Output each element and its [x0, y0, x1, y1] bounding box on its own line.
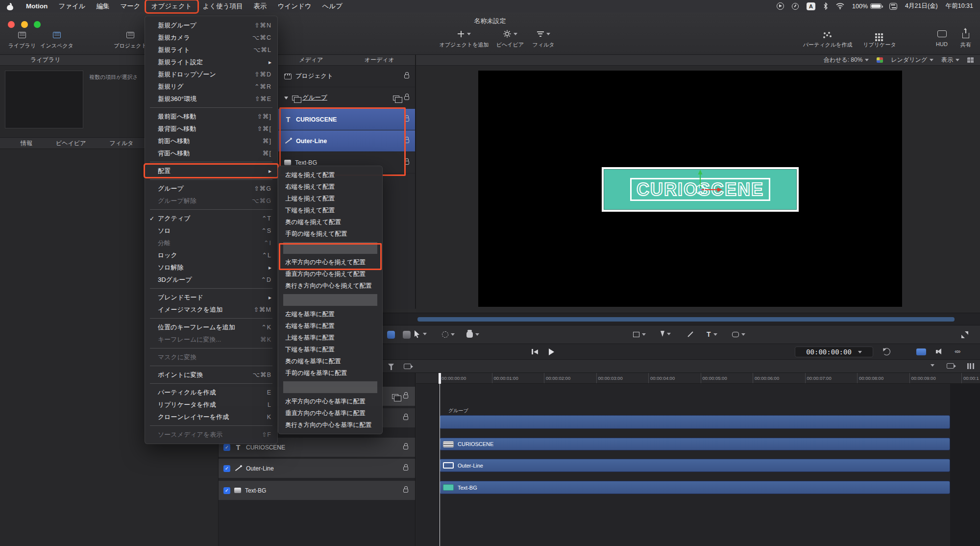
timeline-tracks-button[interactable] — [967, 363, 974, 369]
lock-icon[interactable] — [403, 467, 408, 471]
wifi-icon[interactable] — [836, 3, 844, 9]
object-menu-item[interactable]: 背面へ移動 ⌘[ — [145, 147, 277, 159]
project-tab[interactable]: プロジェクト — [112, 30, 149, 50]
object-menu-item[interactable]: イメージマスクを追加 ⇧⌘M — [145, 303, 277, 316]
shape-rect-tool[interactable] — [633, 332, 646, 337]
align-menu-item[interactable]: 奥行き方向の中心を基準に配置 — [278, 419, 382, 431]
apple-menu-icon[interactable] — [7, 2, 14, 10]
group-row[interactable]: グループ — [278, 87, 415, 109]
lock-icon[interactable] — [404, 74, 409, 78]
track-bar-text-bg[interactable]: Text-BG — [440, 481, 950, 494]
object-menu-item[interactable]: リプリケータを作成 L — [145, 398, 277, 411]
object-menu-item[interactable] — [150, 348, 272, 348]
zoom-menu[interactable]: 合わせる: 80% — [824, 56, 869, 64]
lock-icon[interactable] — [404, 118, 409, 122]
control-center-icon[interactable] — [889, 3, 897, 10]
expand-canvas-button[interactable] — [961, 331, 968, 338]
object-menu-item[interactable] — [150, 288, 272, 289]
object-menu-item[interactable]: 新規ライト ⌥⌘L — [145, 44, 277, 56]
project-row[interactable]: プロジェクト — [278, 66, 415, 87]
menubar-item[interactable]: 編集 — [91, 0, 115, 12]
layer-visibility-checkbox[interactable] — [223, 444, 230, 451]
lock-icon[interactable] — [404, 96, 409, 100]
menubar-item[interactable]: Motion — [21, 1, 53, 11]
audio-mute-button[interactable] — [936, 348, 941, 354]
gauge-status-icon[interactable] — [792, 3, 799, 10]
text-tool[interactable]: T — [707, 330, 717, 338]
timeline-trim-button[interactable] — [947, 363, 954, 369]
layer-row-outer-line[interactable]: Outer-Line — [278, 130, 415, 152]
object-menu-item[interactable]: ソロ ⌃S — [145, 224, 277, 237]
align-menu-item[interactable]: 奥の端を揃えて配置 — [278, 216, 382, 228]
pan-tool[interactable] — [466, 331, 479, 338]
timeline-options-button[interactable] — [928, 364, 934, 367]
make-particles-button[interactable]: パーティクルを作成 — [797, 29, 858, 49]
object-menu-item[interactable]: 3Dグループ ⌃D — [145, 273, 277, 286]
zoom-scrollbar[interactable] — [417, 317, 955, 322]
mask-tool[interactable] — [732, 332, 745, 337]
av-output-button[interactable]: «» — [955, 347, 959, 355]
object-menu-item[interactable]: マスクに変換 — [145, 351, 277, 363]
object-menu-item[interactable]: ソースメディアを表示 ⇧F — [145, 428, 277, 441]
inspector-tab-item[interactable]: 情報 — [21, 139, 32, 148]
object-menu-item[interactable]: 分離 ⌃I — [145, 237, 277, 249]
lock-icon[interactable] — [403, 416, 408, 420]
timeline-ruler[interactable]: 00:00:00:0000:00:01:0000:00:02:0000:00:0… — [416, 373, 980, 384]
object-menu-item[interactable]: パーティクルを作成 E — [145, 386, 277, 398]
align-menu-item[interactable]: 上端を揃えて配置 — [278, 193, 382, 204]
select-lasso-tool[interactable] — [442, 331, 455, 338]
align-menu-item[interactable]: 上端を基準に配置 — [278, 332, 382, 344]
align-menu-item[interactable] — [283, 381, 377, 393]
canvas[interactable]: CURIOSCENE — [478, 71, 902, 307]
object-menu-item[interactable]: 新規カメラ ⌥⌘C — [145, 31, 277, 44]
lock-icon[interactable] — [404, 161, 409, 165]
layers-mini-icon[interactable] — [403, 331, 411, 339]
object-menu-item[interactable]: 新規リグ ⌃⌘R — [145, 80, 277, 93]
layer-visibility-checkbox[interactable] — [223, 487, 230, 494]
timeline-camera-button[interactable] — [404, 364, 411, 369]
align-menu-item[interactable]: 右端を基準に配置 — [278, 320, 382, 332]
object-menu-item[interactable]: ソロ解除 — [145, 261, 277, 273]
object-menu-item[interactable]: 前面へ移動 ⌘] — [145, 135, 277, 147]
lock-icon[interactable] — [404, 139, 409, 143]
object-menu-item[interactable]: グループ解除 ⌥⌘G — [145, 195, 277, 207]
object-menu-item[interactable]: 新規360°環境 ⇧⌘E — [145, 93, 277, 105]
align-menu-item[interactable]: 垂直方向の中心を基準に配置 — [278, 407, 382, 419]
filters-button[interactable]: フィルタ — [529, 29, 558, 49]
align-menu-item[interactable]: 奥の端を基準に配置 — [278, 355, 382, 367]
layers-icon[interactable] — [392, 394, 398, 399]
share-button[interactable]: 共有 — [956, 29, 976, 49]
lock-icon[interactable] — [403, 395, 408, 398]
object-menu-item[interactable]: グループ ⇧⌘G — [145, 182, 277, 195]
object-menu-item[interactable]: アクティブ ⌃T — [145, 212, 277, 224]
project-mini-icon[interactable] — [387, 331, 395, 339]
object-menu-item[interactable]: 新規ドロップゾーン ⇧⌘D — [145, 68, 277, 80]
menubar-item[interactable]: よく使う項目 — [197, 0, 248, 12]
menubar-item[interactable]: ヘルプ — [317, 0, 348, 12]
output-display-button[interactable] — [916, 348, 926, 355]
object-menu-item[interactable]: 最前面へ移動 ⇧⌘] — [145, 110, 277, 123]
object-menu-item[interactable] — [150, 107, 272, 108]
lock-icon[interactable] — [403, 489, 408, 493]
object-menu-item[interactable]: 位置のキーフレームを追加 ⌃K — [145, 321, 277, 333]
timeline-row-text-bg[interactable]: Text-BG — [219, 481, 415, 500]
disclosure-triangle-icon[interactable] — [284, 97, 288, 99]
inspector-tab[interactable]: インスペクタ — [39, 30, 74, 50]
align-menu-item[interactable]: 水平方向の中心を基準に配置 — [278, 396, 382, 407]
object-menu-item[interactable]: 新規グループ ⇧⌘N — [145, 19, 277, 31]
view-menu[interactable]: 表示 — [941, 56, 959, 64]
channels-icon[interactable] — [877, 57, 883, 63]
object-menu-item[interactable] — [150, 209, 272, 210]
layers-icon[interactable] — [393, 96, 399, 100]
timeline-filter-button[interactable] — [388, 364, 394, 367]
track-bar-group[interactable] — [440, 415, 950, 429]
align-menu-item[interactable]: 右端を揃えて配置 — [278, 181, 382, 193]
object-menu-item[interactable]: キーフレームに変換... ⌘K — [145, 333, 277, 346]
align-menu-item[interactable]: 水平方向の中心を揃えて配置 — [278, 256, 382, 268]
lock-icon[interactable] — [403, 446, 408, 449]
object-menu-item[interactable] — [150, 162, 272, 162]
replicator-button[interactable]: リプリケータ — [857, 29, 903, 49]
layers-tab-item[interactable]: メディア — [299, 56, 323, 64]
behaviors-button[interactable]: ビヘイビア — [491, 29, 529, 49]
align-menu-item[interactable]: 手前の端を揃えて配置 — [278, 228, 382, 240]
